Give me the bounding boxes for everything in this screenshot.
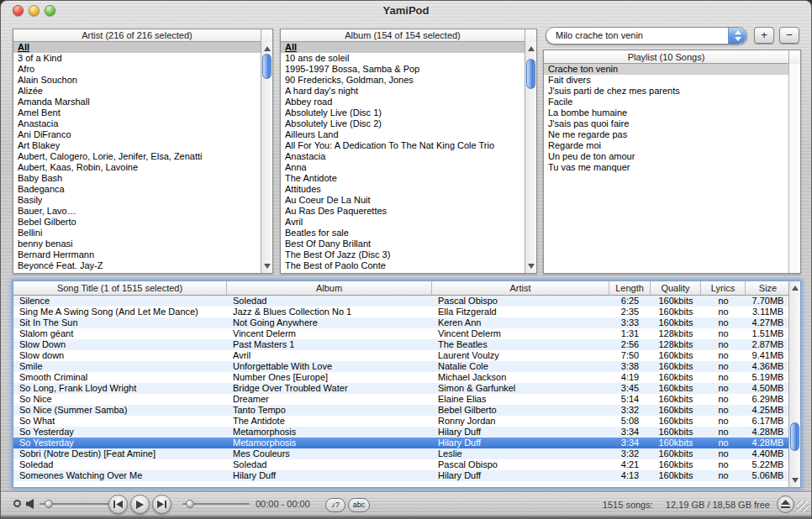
artist-list-item[interactable]: Anastacia	[13, 118, 261, 129]
album-scroll-thumb[interactable]	[526, 59, 535, 89]
column-header[interactable]: Lyrics	[701, 281, 746, 295]
playlist-item[interactable]: Fait divers	[544, 75, 788, 86]
volume-slider-thumb[interactable]	[45, 500, 53, 508]
song-row[interactable]: Sing Me A Swing Song (And Let Me Dance)J…	[13, 307, 788, 317]
artist-list-item[interactable]: Aubert, Calogero, Lorie, Jenifer, Elsa, …	[13, 151, 261, 162]
artist-list-item[interactable]: Bellini	[13, 228, 261, 239]
album-list-item[interactable]: Avril	[281, 217, 525, 228]
artist-list-item[interactable]: Basily	[13, 195, 261, 206]
album-list-item[interactable]: Ailleurs Land	[281, 129, 525, 140]
artist-list-item[interactable]: All	[13, 42, 261, 53]
artist-list-item[interactable]: Ani DiFranco	[13, 129, 261, 140]
playlist-item[interactable]: Crache ton venin	[544, 64, 788, 75]
play-button[interactable]	[130, 495, 150, 514]
artist-list-item[interactable]: Badeganca	[13, 184, 261, 195]
scroll-up-icon[interactable]	[528, 46, 535, 51]
column-header[interactable]: Quality	[651, 281, 701, 295]
playlist-item[interactable]: Regarde moi	[544, 140, 788, 151]
playlist-scrollbar[interactable]	[788, 64, 800, 273]
song-scroll-thumb[interactable]	[790, 422, 799, 451]
previous-button[interactable]	[108, 495, 128, 514]
song-row[interactable]: So YesterdayMetamorphosisHilary Duff3:34…	[13, 438, 788, 448]
lyrics-search-button[interactable]: ♪?	[325, 498, 345, 512]
album-list-item[interactable]: Absolutely Live (Disc 1)	[281, 107, 525, 118]
album-panel-header[interactable]: Album (154 of 154 selected)	[281, 29, 536, 42]
column-header[interactable]: Size	[746, 281, 790, 295]
artist-list-item[interactable]: Bernard Herrmann	[13, 249, 261, 260]
playlist-selector[interactable]: Milo crache ton venin	[546, 27, 747, 45]
resize-grip[interactable]	[797, 501, 809, 512]
playlist-item[interactable]: J'suis parti de chez mes parents	[544, 86, 788, 97]
scroll-down-icon[interactable]	[792, 478, 799, 483]
scroll-up-icon[interactable]	[264, 46, 271, 51]
artist-scroll-thumb[interactable]	[262, 54, 272, 79]
album-list-item[interactable]: The Best Of Jazz (Disc 3)	[281, 249, 525, 260]
song-row[interactable]: SmileUnforgettable With LoveNatalie Cole…	[13, 361, 788, 372]
artist-list-item[interactable]: benny benasi	[13, 239, 261, 249]
artist-list-item[interactable]: Art Blakey	[13, 140, 261, 151]
album-list-item[interactable]: Au Ras Des Paquerettes	[281, 206, 525, 217]
seek-slider[interactable]	[182, 503, 250, 506]
artist-list-item[interactable]: Beyoncé Feat. Jay-Z	[13, 260, 261, 271]
title-bar[interactable]: YamiPod	[1, 1, 811, 21]
song-row[interactable]: Slow downAvrilLaurent Voulzy7:50160kbits…	[13, 350, 788, 361]
scroll-up-icon[interactable]	[792, 286, 799, 291]
artist-list-item[interactable]: Alain Souchon	[13, 75, 261, 86]
combo-stepper-icon[interactable]	[728, 28, 746, 44]
song-row[interactable]: Sit In The SunNot Going AnywhereKeren An…	[13, 317, 788, 328]
album-list-item[interactable]: All For You: A Dedication To The Nat Kin…	[281, 140, 525, 151]
album-list-item[interactable]: The Antidote	[281, 173, 525, 184]
seek-slider-thumb[interactable]	[186, 500, 194, 508]
playlist-item[interactable]: Ne me regarde pas	[544, 129, 788, 140]
volume-slider[interactable]	[40, 503, 112, 506]
song-row[interactable]: Someones Watching Over MeHilary DuffHila…	[13, 470, 788, 481]
song-table-scrollbar[interactable]	[788, 281, 800, 487]
playlist-panel-header[interactable]: Playlist (10 Songs)	[544, 50, 800, 64]
scroll-down-icon[interactable]	[264, 264, 271, 269]
column-header[interactable]: Album	[227, 281, 432, 295]
album-list-item[interactable]: Anastacia	[281, 151, 525, 162]
artist-list-item[interactable]: Afro	[13, 64, 261, 75]
next-button[interactable]	[152, 495, 171, 514]
album-list-item[interactable]: 10 ans de soleil	[281, 53, 525, 64]
column-header[interactable]: Artist	[432, 281, 609, 295]
playlist-item[interactable]: Facile	[544, 97, 788, 107]
column-header[interactable]: Song Title (1 of 1515 selected)	[13, 281, 227, 295]
add-playlist-button[interactable]: +	[754, 27, 774, 44]
album-list-item[interactable]: Au Coeur De La Nuit	[281, 195, 525, 206]
song-row[interactable]: So WhatThe AntidoteRonny Jordan5:08160kb…	[13, 416, 788, 427]
artist-panel-header[interactable]: Artist (216 of 216 selected)	[13, 29, 272, 42]
song-row[interactable]: Smooth CriminalNumber Ones [Europe]Micha…	[13, 372, 788, 383]
song-row[interactable]: Slalom géantVincent DelermVincent Delerm…	[13, 328, 788, 339]
song-row[interactable]: So Nice (Summer Samba)Tanto TempoBebel G…	[13, 405, 788, 416]
album-list-item[interactable]: Abbey road	[281, 97, 525, 107]
playlist-item[interactable]: Un peu de ton amour	[544, 151, 788, 162]
artist-list-item[interactable]: Baby Bash	[13, 173, 261, 184]
album-list-item[interactable]: Attitudes	[281, 184, 525, 195]
album-list-item[interactable]: All	[281, 42, 525, 53]
album-list-item[interactable]: Absolutely Live (Disc 2)	[281, 118, 525, 129]
abc-button[interactable]: abc	[348, 498, 370, 512]
eject-button[interactable]	[777, 495, 794, 513]
artist-list-item[interactable]: Amanda Marshall	[13, 97, 261, 107]
song-row[interactable]: SilenceSoledadPascal Obispo6:25160kbitsn…	[13, 296, 788, 307]
artist-list-item[interactable]: 3 of a Kind	[13, 53, 261, 64]
album-list-item[interactable]: 1995-1997 Bossa, Samba & Pop	[281, 64, 525, 75]
album-scrollbar[interactable]	[525, 42, 536, 273]
artist-scrollbar[interactable]	[261, 42, 272, 273]
album-list-item[interactable]: A hard day's night	[281, 86, 525, 97]
artist-list-item[interactable]: Alizée	[13, 86, 261, 97]
remove-playlist-button[interactable]: −	[779, 27, 799, 44]
album-list-item[interactable]: The Best of Paolo Conte	[281, 260, 525, 271]
playlist-item[interactable]: Tu vas me manquer	[544, 162, 788, 173]
artist-list-item[interactable]: Amel Bent	[13, 107, 261, 118]
album-list-item[interactable]: Anna	[281, 162, 525, 173]
song-row[interactable]: So NiceDreamerElaine Elias5:14160kbitsno…	[13, 394, 788, 405]
song-row[interactable]: So Long, Frank Lloyd WrightBridge Over T…	[13, 383, 788, 394]
song-row[interactable]: So YesterdayMetamorphosisHilary Duff3:34…	[13, 427, 788, 438]
album-list-item[interactable]: Best Of Dany Brillant	[281, 239, 525, 249]
artist-list-item[interactable]: Aubert, Kaas, Robin, Lavoine	[13, 162, 261, 173]
playlist-item[interactable]: La bombe humaine	[544, 107, 788, 118]
artist-list-item[interactable]: Bebel Gilberto	[13, 217, 261, 228]
song-row[interactable]: SoledadSoledadPascal Obispo4:21160kbitsn…	[13, 459, 788, 470]
